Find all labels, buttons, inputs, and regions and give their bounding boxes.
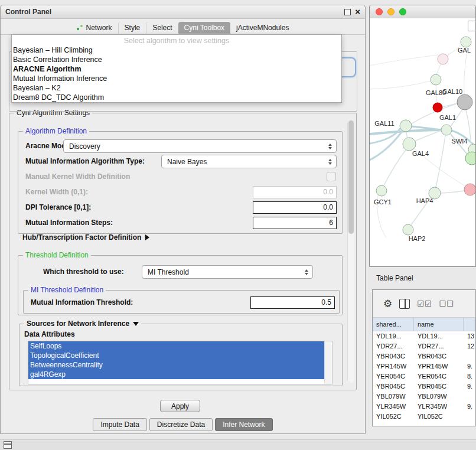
network-window-titlebar[interactable] xyxy=(370,5,475,19)
network-node-gal10[interactable] xyxy=(457,94,472,110)
network-edge[interactable] xyxy=(384,150,406,185)
apply-button[interactable]: Apply xyxy=(160,400,200,412)
table-row[interactable]: YLR345WYLR345W9. xyxy=(373,402,475,412)
columns-icon[interactable] xyxy=(399,299,410,309)
network-edge[interactable] xyxy=(436,135,445,187)
popup-item-bayesian-k2[interactable]: Bayesian – K2 xyxy=(12,83,341,93)
network-node-gal1[interactable] xyxy=(441,125,452,135)
network-edge[interactable] xyxy=(415,131,441,141)
attribute-list-item[interactable]: TopologicalCoefficient xyxy=(28,351,324,360)
popup-item-dream8-dc-tdc-algorithm[interactable]: Dream8 DC_TDC Algorithm xyxy=(12,93,341,102)
mi-steps-field[interactable]: 6 xyxy=(253,217,337,229)
column-header[interactable] xyxy=(464,318,475,331)
network-edge[interactable] xyxy=(441,191,464,193)
cyni-settings-group: Cyni Algorithm Settings Algorithm Defini… xyxy=(9,113,357,390)
attribute-list-item[interactable]: gal4RGexp xyxy=(28,370,324,379)
bottom-tab-discretize-data[interactable]: Discretize Data xyxy=(149,418,213,431)
table-cell: 13 xyxy=(464,331,475,341)
which-threshold-select[interactable]: MI Threshold xyxy=(142,265,313,279)
table-row[interactable]: YER054CYER054C8. xyxy=(373,371,475,381)
table-row[interactable]: YIL052CYIL052C xyxy=(373,412,475,422)
tab-cyni-toolbox[interactable]: Cyni Toolbox xyxy=(178,22,230,34)
network-node-label: GAL11 xyxy=(374,120,394,127)
mini-panel-icon[interactable] xyxy=(4,441,12,449)
checked-boxes-icon[interactable]: ☑☑ xyxy=(417,300,432,308)
network-node-gal80[interactable] xyxy=(431,74,441,85)
table-cell xyxy=(464,351,475,361)
popup-item-bayesian-hill-climbing[interactable]: Bayesian – Hill Climbing xyxy=(12,45,341,55)
network-edge[interactable] xyxy=(406,132,407,138)
aracne-mode-select[interactable]: Discovery xyxy=(63,139,337,153)
table-cell: 12 xyxy=(464,341,475,351)
tab-style[interactable]: Style xyxy=(118,22,146,34)
table-row[interactable]: YPR145WYPR145W9. xyxy=(373,361,475,371)
network-node[interactable] xyxy=(433,103,442,112)
hub-expander[interactable]: Hub/Transcription Factor Definition xyxy=(22,233,149,242)
scrollbar-thumb[interactable] xyxy=(348,120,354,234)
column-header[interactable]: shared... xyxy=(373,318,414,331)
mi-algorithm-type-select[interactable]: Naive Bayes xyxy=(161,155,337,168)
network-edge[interactable] xyxy=(370,81,431,89)
network-node[interactable] xyxy=(438,54,448,64)
desktop: Control Panel × NetworkStyleSelectCyni T… xyxy=(0,0,476,450)
bottom-tab-impute-data[interactable]: Impute Data xyxy=(93,418,146,431)
table-row[interactable]: YDR27...YDR27...12 xyxy=(373,341,475,351)
aracne-mode-value: Discovery xyxy=(69,142,100,151)
close-traffic-light-icon[interactable] xyxy=(376,8,383,15)
data-attributes-items: SelfLoopsTopologicalCoefficientBetweenne… xyxy=(28,341,324,384)
table-cell: YER054C xyxy=(373,371,414,381)
table-row[interactable]: YBR043CYBR043C xyxy=(373,351,475,361)
tab-label: Select xyxy=(152,24,172,32)
network-node-gal4[interactable] xyxy=(403,138,416,151)
settings-scrollbar[interactable] xyxy=(347,120,354,383)
table-header-row: shared...name xyxy=(373,318,475,331)
attribute-list-item[interactable]: SelfLoops xyxy=(28,341,324,351)
popup-item-aracne-algorithm[interactable]: ARACNE Algorithm xyxy=(12,64,341,74)
gear-icon[interactable]: ⚙ xyxy=(383,299,392,309)
minimize-traffic-light-icon[interactable] xyxy=(387,8,395,15)
manual-kernel-checkbox xyxy=(327,172,336,181)
network-edge[interactable] xyxy=(370,128,400,144)
popup-item-mutual-information-inference[interactable]: Mutual Information Inference xyxy=(12,74,341,83)
sources-expander[interactable]: Sources for Network Inference xyxy=(24,319,141,328)
network-graph[interactable]: GALGAL80GAL10GAL11GAL1SWI4GAL4GCY1HAP4HA… xyxy=(370,18,475,266)
dpi-tolerance-field[interactable]: 0.0 xyxy=(253,201,337,214)
table-cell: YPR145W xyxy=(414,361,464,371)
network-node[interactable] xyxy=(465,152,475,165)
sources-expander-label: Sources for Network Inference xyxy=(27,319,129,328)
table-body: YDL19...YDL19...13YDR27...YDR27...12YBR0… xyxy=(373,331,475,422)
network-overview-toggle[interactable] xyxy=(468,21,476,31)
float-window-icon[interactable] xyxy=(344,9,351,15)
attribute-list-item[interactable]: BetweennessCentrality xyxy=(28,360,324,370)
tab-jactivemnodules[interactable]: jActiveMNodules xyxy=(230,22,295,34)
bottom-tab-infer-network[interactable]: Infer Network xyxy=(215,418,272,431)
zoom-traffic-light-icon[interactable] xyxy=(399,8,406,15)
bottom-tab-bar: Impute DataDiscretize DataInfer Network xyxy=(1,418,365,431)
combo-stepper-icon xyxy=(328,144,332,149)
control-panel-titlebar[interactable]: Control Panel × xyxy=(1,5,365,19)
mi-threshold-group-title: MI Threshold Definition xyxy=(28,286,106,294)
table-row[interactable]: YDL19...YDL19...13 xyxy=(373,331,475,341)
network-node[interactable] xyxy=(464,184,475,195)
popup-item-basic-correlation-inference[interactable]: Basic Correlation Inference xyxy=(12,55,341,64)
network-node-hap2[interactable] xyxy=(403,224,413,235)
network-node-gal11[interactable] xyxy=(400,120,412,132)
table-row[interactable]: YBR045CYBR045C9. xyxy=(373,381,475,392)
close-icon[interactable]: × xyxy=(355,9,360,15)
table-row[interactable]: YBL079WYBL079W xyxy=(373,392,475,402)
network-edge[interactable] xyxy=(436,63,441,74)
network-canvas[interactable]: GALGAL80GAL10GAL11GAL1SWI4GAL4GCY1HAP4HA… xyxy=(370,18,475,266)
tab-network[interactable]: Network xyxy=(71,22,118,34)
unchecked-boxes-icon[interactable]: ☐☐ xyxy=(439,300,454,308)
network-edge[interactable] xyxy=(370,55,438,66)
network-edge[interactable] xyxy=(464,47,468,94)
tab-select[interactable]: Select xyxy=(146,22,178,34)
top-tab-bar: NetworkStyleSelectCyni ToolboxjActiveMNo… xyxy=(1,21,365,35)
column-header[interactable]: name xyxy=(414,318,464,331)
network-edge[interactable] xyxy=(370,131,403,160)
network-node-gcy1[interactable] xyxy=(376,185,387,196)
attributes-scrollbar[interactable] xyxy=(324,341,332,384)
table-cell: YDL19... xyxy=(414,331,464,341)
mi-threshold-field[interactable]: 0.5 xyxy=(250,296,335,309)
network-node-gal[interactable] xyxy=(461,37,471,47)
